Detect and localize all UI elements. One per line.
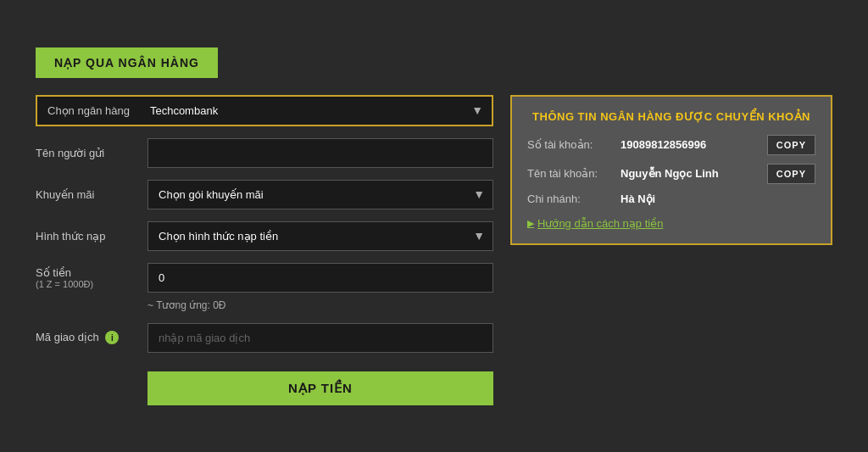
branch-value: Hà Nội [620, 193, 815, 205]
main-container: NẠP QUA NGÂN HÀNG Chọn ngân hàng Techcom… [19, 31, 849, 422]
transaction-row: Mã giao dịch i [36, 323, 493, 353]
amount-label-block: Số tiền (1 Z = 1000Đ) [36, 266, 137, 289]
transaction-label: Mã giao dịch i [36, 331, 137, 345]
bank-info-panel: THÔNG TIN NGÂN HÀNG ĐƯỢC CHUYỂN KHOẢN Số… [510, 95, 832, 245]
transaction-input[interactable] [147, 323, 493, 353]
transaction-info-icon[interactable]: i [105, 331, 119, 344]
bank-select[interactable]: Techcombank [140, 97, 492, 125]
left-panel: Chọn ngân hàng Techcombank ▼ Tên người g… [36, 95, 493, 405]
account-name-value: Nguyễn Ngọc Linh [620, 167, 767, 180]
method-row: Hình thức nạp Chọn hình thức nạp tiền ▼ [36, 221, 493, 251]
account-number-value: 19089812856996 [620, 138, 767, 151]
page-title-button[interactable]: NẠP QUA NGÂN HÀNG [36, 47, 218, 78]
method-select-wrapper: Chọn hình thức nạp tiền ▼ [147, 221, 493, 251]
amount-sub-label: (1 Z = 1000Đ) [36, 279, 137, 289]
bank-label: Chọn ngân hàng [37, 97, 140, 125]
sender-name-row: Tên người gửi [36, 138, 493, 168]
bank-info-title: THÔNG TIN NGÂN HÀNG ĐƯỢC CHUYỂN KHOẢN [527, 110, 815, 123]
amount-row: Số tiền (1 Z = 1000Đ) [36, 263, 493, 293]
method-select[interactable]: Chọn hình thức nạp tiền [147, 221, 493, 251]
guide-link-row: ▶ Hướng dẫn cách nạp tiền [527, 217, 815, 230]
amount-label: Số tiền [36, 266, 137, 279]
promo-label: Khuyến mãi [36, 188, 137, 201]
account-name-row: Tên tài khoản: Nguyễn Ngọc Linh COPY [527, 164, 815, 184]
bank-select-wrapper: Techcombank ▼ [140, 97, 492, 125]
copy-account-number-button[interactable]: COPY [767, 135, 815, 155]
submit-button[interactable]: NẠP TIỀN [147, 371, 493, 405]
branch-label: Chi nhánh: [527, 193, 620, 205]
guide-link-text: Hướng dẫn cách nạp tiền [537, 217, 663, 230]
promo-select[interactable]: Chọn gói khuyến mãi [147, 180, 493, 209]
sender-name-label: Tên người gửi [36, 147, 137, 159]
account-name-label: Tên tài khoản: [527, 167, 620, 180]
copy-account-name-button[interactable]: COPY [767, 164, 815, 184]
guide-arrow-icon: ▶ [527, 218, 534, 229]
account-number-label: Số tài khoản: [527, 138, 620, 151]
promo-row: Khuyến mãi Chọn gói khuyến mãi ▼ [36, 180, 493, 209]
promo-select-wrapper: Chọn gói khuyến mãi ▼ [147, 180, 493, 209]
guide-link[interactable]: ▶ Hướng dẫn cách nạp tiền [527, 217, 815, 230]
branch-row: Chi nhánh: Hà Nội [527, 193, 815, 205]
account-number-row: Số tài khoản: 19089812856996 COPY [527, 135, 815, 155]
method-label: Hình thức nạp [36, 230, 137, 243]
main-content: Chọn ngân hàng Techcombank ▼ Tên người g… [36, 95, 832, 405]
equivalent-text: ~ Tương ứng: 0Đ [147, 299, 493, 311]
sender-name-input[interactable] [147, 138, 493, 168]
amount-input[interactable] [147, 263, 493, 293]
bank-select-row: Chọn ngân hàng Techcombank ▼ [36, 95, 493, 126]
